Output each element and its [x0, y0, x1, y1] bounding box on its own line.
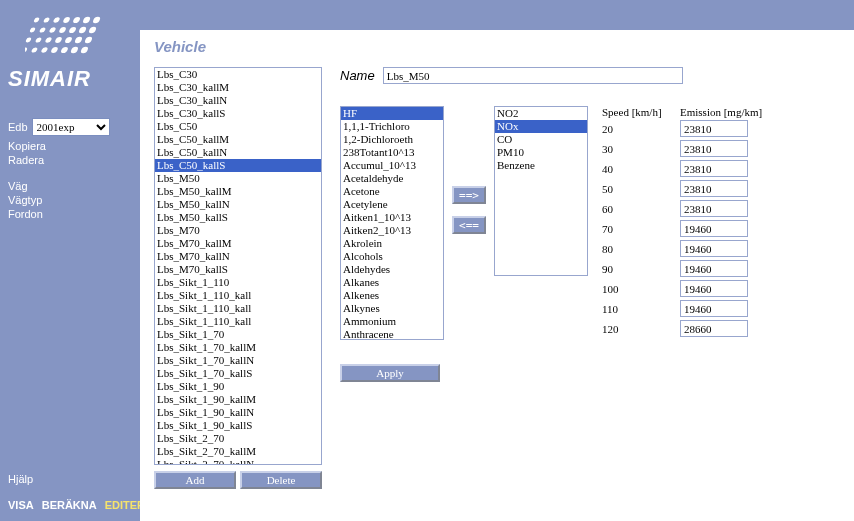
vehicle-option[interactable]: Lbs_M50 — [155, 172, 321, 185]
side-link-väg[interactable]: Väg — [8, 180, 132, 192]
available-option[interactable]: Aldehydes — [341, 263, 443, 276]
emission-input[interactable] — [680, 160, 748, 177]
vehicle-option[interactable]: Lbs_M50_kallM — [155, 185, 321, 198]
svg-point-27 — [80, 47, 89, 53]
apply-button[interactable]: Apply — [340, 364, 440, 382]
vehicle-option[interactable]: Lbs_Sikt_1_90_kallM — [155, 393, 321, 406]
emission-input[interactable] — [680, 240, 748, 257]
selected-option[interactable]: NO2 — [495, 107, 587, 120]
delete-button[interactable]: Delete — [240, 471, 322, 489]
move-left-button[interactable]: <== — [452, 216, 486, 234]
vehicle-option[interactable]: Lbs_M50_kallN — [155, 198, 321, 211]
speed-cell: 50 — [602, 183, 680, 195]
vehicle-list[interactable]: Lbs_C30Lbs_C30_kallMLbs_C30_kallNLbs_C30… — [154, 67, 322, 465]
edb-select[interactable]: 2001exp — [32, 118, 110, 136]
vehicle-option[interactable]: Lbs_C50 — [155, 120, 321, 133]
svg-point-19 — [74, 37, 83, 43]
vehicle-option[interactable]: Lbs_Sikt_1_70_kallN — [155, 354, 321, 367]
available-option[interactable]: Acetaldehyde — [341, 172, 443, 185]
available-option[interactable]: Alkynes — [341, 302, 443, 315]
emission-input[interactable] — [680, 320, 748, 337]
available-option[interactable]: Alcohols — [341, 250, 443, 263]
speed-cell: 100 — [602, 283, 680, 295]
available-option[interactable]: Anthracene — [341, 328, 443, 340]
emission-input[interactable] — [680, 180, 748, 197]
emission-input[interactable] — [680, 280, 748, 297]
vehicle-option[interactable]: Lbs_C30_kallM — [155, 81, 321, 94]
selected-option[interactable]: Benzene — [495, 159, 587, 172]
available-option[interactable]: Alkenes — [341, 289, 443, 302]
vehicle-option[interactable]: Lbs_Sikt_2_70_kallN — [155, 458, 321, 465]
emission-input[interactable] — [680, 120, 748, 137]
vehicle-option[interactable]: Lbs_Sikt_2_70 — [155, 432, 321, 445]
vehicle-option[interactable]: Lbs_Sikt_1_90 — [155, 380, 321, 393]
vehicle-option[interactable]: Lbs_Sikt_2_70_kallM — [155, 445, 321, 458]
vehicle-option[interactable]: Lbs_C50_kallM — [155, 133, 321, 146]
available-substances-list[interactable]: HF1,1,1-Trichloro1,2-Dichloroeth238Totan… — [340, 106, 444, 340]
svg-point-5 — [82, 17, 91, 23]
selected-option[interactable]: PM10 — [495, 146, 587, 159]
svg-point-17 — [54, 37, 62, 43]
vehicle-option[interactable]: Lbs_M70 — [155, 224, 321, 237]
emission-input[interactable] — [680, 260, 748, 277]
vehicle-option[interactable]: Lbs_M70_kallN — [155, 250, 321, 263]
svg-point-20 — [84, 37, 93, 43]
vehicle-option[interactable]: Lbs_Sikt_1_90_kallS — [155, 419, 321, 432]
svg-point-8 — [39, 27, 46, 32]
available-option[interactable]: 1,2-Dichloroeth — [341, 133, 443, 146]
emission-input[interactable] — [680, 300, 748, 317]
vehicle-option[interactable]: Lbs_M50_kallS — [155, 211, 321, 224]
available-option[interactable]: Accumul_10^13 — [341, 159, 443, 172]
emission-row: 60 — [602, 200, 762, 217]
vehicle-option[interactable]: Lbs_M70_kallS — [155, 263, 321, 276]
svg-point-16 — [45, 37, 53, 43]
available-option[interactable]: 1,1,1-Trichloro — [341, 120, 443, 133]
emission-input[interactable] — [680, 220, 748, 237]
svg-point-14 — [25, 38, 32, 43]
vehicle-option[interactable]: Lbs_C50_kallN — [155, 146, 321, 159]
vehicle-option[interactable]: Lbs_Sikt_1_70_kallS — [155, 367, 321, 380]
side-link-radera[interactable]: Radera — [8, 154, 132, 166]
vehicle-option[interactable]: Lbs_Sikt_1_70_kallM — [155, 341, 321, 354]
vehicle-option[interactable]: Lbs_C30_kallN — [155, 94, 321, 107]
side-link-kopiera[interactable]: Kopiera — [8, 140, 132, 152]
svg-point-18 — [64, 37, 73, 43]
available-option[interactable]: HF — [341, 107, 443, 120]
vehicle-option[interactable]: Lbs_C30_kallS — [155, 107, 321, 120]
available-option[interactable]: Acetylene — [341, 198, 443, 211]
available-option[interactable]: Akrolein — [341, 237, 443, 250]
vehicle-option[interactable]: Lbs_C30 — [155, 68, 321, 81]
available-option[interactable]: Ammonium — [341, 315, 443, 328]
vehicle-option[interactable]: Lbs_Sikt_1_110_kall — [155, 302, 321, 315]
vehicle-option[interactable]: Lbs_Sikt_1_110 — [155, 276, 321, 289]
vehicle-option[interactable]: Lbs_Sikt_1_90_kallN — [155, 406, 321, 419]
add-button[interactable]: Add — [154, 471, 236, 489]
available-option[interactable]: 238Totant10^13 — [341, 146, 443, 159]
mode-link-visa[interactable]: VISA — [8, 499, 34, 511]
selected-substances-list[interactable]: NO2NOxCOPM10Benzene — [494, 106, 588, 276]
selected-option[interactable]: NOx — [495, 120, 587, 133]
svg-point-22 — [31, 47, 38, 52]
vehicle-option[interactable]: Lbs_M70_kallM — [155, 237, 321, 250]
emission-input[interactable] — [680, 140, 748, 157]
emission-row: 120 — [602, 320, 762, 337]
available-option[interactable]: Acetone — [341, 185, 443, 198]
available-option[interactable]: Aitken2_10^13 — [341, 224, 443, 237]
emission-table: Speed [km/h] Emission [mg/km] 2030405060… — [602, 106, 762, 340]
edb-label: Edb — [8, 121, 28, 133]
side-link-vägtyp[interactable]: Vägtyp — [8, 194, 132, 206]
vehicle-option[interactable]: Lbs_Sikt_1_110_kall — [155, 289, 321, 302]
mode-link-beräkna[interactable]: BERÄKNA — [42, 499, 97, 511]
vehicle-option[interactable]: Lbs_Sikt_1_70 — [155, 328, 321, 341]
selected-option[interactable]: CO — [495, 133, 587, 146]
vehicle-option[interactable]: Lbs_C50_kallS — [155, 159, 321, 172]
vehicle-option[interactable]: Lbs_Sikt_1_110_kall — [155, 315, 321, 328]
move-right-button[interactable]: ==> — [452, 186, 486, 204]
name-input[interactable] — [383, 67, 683, 84]
available-option[interactable]: Aitken1_10^13 — [341, 211, 443, 224]
svg-point-3 — [62, 17, 70, 23]
help-link[interactable]: Hjälp — [8, 473, 153, 485]
side-link-fordon[interactable]: Fordon — [8, 208, 132, 220]
available-option[interactable]: Alkanes — [341, 276, 443, 289]
emission-input[interactable] — [680, 200, 748, 217]
